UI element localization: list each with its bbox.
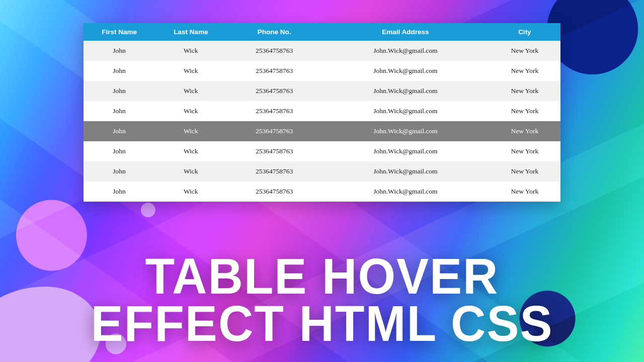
- title-line-2: EFFECT HTML CSS: [91, 299, 553, 348]
- table-body: JohnWick25364758763John.Wick@gmail.comNe…: [84, 41, 560, 202]
- table-row[interactable]: JohnWick25364758763John.Wick@gmail.comNe…: [84, 182, 560, 202]
- cell-last: Wick: [155, 182, 226, 202]
- cell-email: John.Wick@gmail.com: [322, 161, 489, 182]
- table-row[interactable]: JohnWick25364758763John.Wick@gmail.comNe…: [84, 101, 560, 121]
- cell-phone: 25364758763: [226, 41, 322, 61]
- cell-email: John.Wick@gmail.com: [322, 182, 489, 202]
- cell-phone: 25364758763: [226, 61, 322, 81]
- table-row[interactable]: JohnWick25364758763John.Wick@gmail.comNe…: [84, 121, 560, 141]
- cell-city: New York: [489, 41, 560, 61]
- cell-email: John.Wick@gmail.com: [322, 41, 489, 61]
- cell-phone: 25364758763: [226, 141, 322, 161]
- page-title: TABLE HOVER EFFECT HTML CSS: [91, 252, 553, 347]
- cell-last: Wick: [155, 101, 226, 121]
- cell-last: Wick: [155, 41, 226, 61]
- cell-phone: 25364758763: [226, 121, 322, 141]
- table-row[interactable]: JohnWick25364758763John.Wick@gmail.comNe…: [84, 41, 560, 61]
- cell-first: John: [84, 141, 155, 161]
- cell-first: John: [84, 161, 155, 182]
- cell-first: John: [84, 121, 155, 141]
- cell-last: Wick: [155, 81, 226, 101]
- table-row[interactable]: JohnWick25364758763John.Wick@gmail.comNe…: [84, 81, 560, 101]
- cell-last: Wick: [155, 161, 226, 182]
- cell-phone: 25364758763: [226, 182, 322, 202]
- cell-last: Wick: [155, 61, 226, 81]
- table-row[interactable]: JohnWick25364758763John.Wick@gmail.comNe…: [84, 141, 560, 161]
- col-last-name: Last Name: [155, 23, 226, 41]
- cell-city: New York: [489, 81, 560, 101]
- cell-city: New York: [489, 101, 560, 121]
- cell-email: John.Wick@gmail.com: [322, 121, 489, 141]
- cell-city: New York: [489, 182, 560, 202]
- cell-email: John.Wick@gmail.com: [322, 81, 489, 101]
- cell-last: Wick: [155, 121, 226, 141]
- demo-table-container: First Name Last Name Phone No. Email Add…: [84, 23, 560, 202]
- demo-table: First Name Last Name Phone No. Email Add…: [84, 23, 560, 202]
- col-email: Email Address: [322, 23, 489, 41]
- cell-first: John: [84, 61, 155, 81]
- col-phone: Phone No.: [226, 23, 322, 41]
- cell-email: John.Wick@gmail.com: [322, 101, 489, 121]
- cell-email: John.Wick@gmail.com: [322, 141, 489, 161]
- cell-city: New York: [489, 121, 560, 141]
- cell-first: John: [84, 41, 155, 61]
- cell-city: New York: [489, 161, 560, 182]
- cell-first: John: [84, 81, 155, 101]
- cell-phone: 25364758763: [226, 161, 322, 182]
- cell-city: New York: [489, 61, 560, 81]
- col-first-name: First Name: [84, 23, 155, 41]
- col-city: City: [489, 23, 560, 41]
- cell-phone: 25364758763: [226, 101, 322, 121]
- table-row[interactable]: JohnWick25364758763John.Wick@gmail.comNe…: [84, 61, 560, 81]
- cell-first: John: [84, 101, 155, 121]
- table-row[interactable]: JohnWick25364758763John.Wick@gmail.comNe…: [84, 161, 560, 182]
- table-header-row: First Name Last Name Phone No. Email Add…: [84, 23, 560, 41]
- cell-email: John.Wick@gmail.com: [322, 61, 489, 81]
- cell-last: Wick: [155, 141, 226, 161]
- cell-city: New York: [489, 141, 560, 161]
- title-line-1: TABLE HOVER: [91, 251, 553, 301]
- cell-first: John: [84, 182, 155, 202]
- cell-phone: 25364758763: [226, 81, 322, 101]
